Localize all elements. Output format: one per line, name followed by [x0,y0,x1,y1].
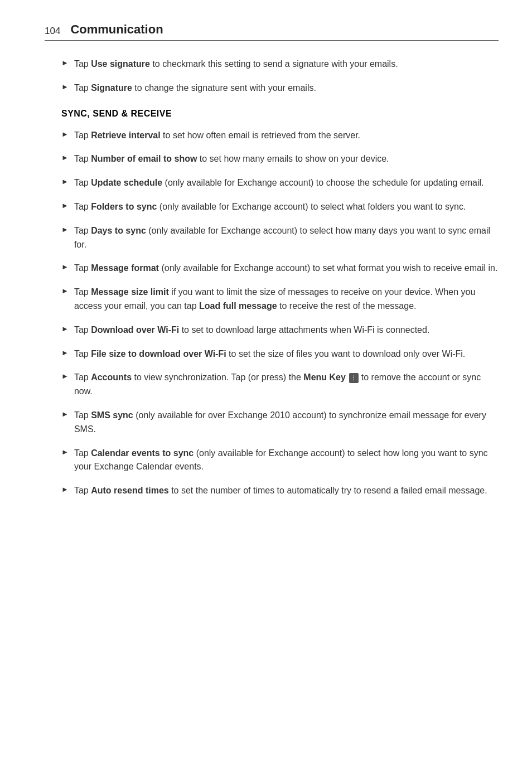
bullet-arrow-icon: ► [61,287,69,295]
bullet-arrow-icon: ► [61,348,69,357]
list-item: ► Tap Number of email to show to set how… [56,152,499,166]
bullet-arrow-icon: ► [61,485,69,493]
update-schedule-bold: Update schedule [91,178,162,187]
accounts-bold: Accounts [91,372,132,382]
calendar-events-bold: Calendar events to sync [91,448,194,458]
load-full-message-bold: Load full message [199,301,277,311]
accounts-text: Tap Accounts to view synchronization. Ta… [74,371,499,399]
message-size-limit-bold: Message size limit [91,287,169,297]
retrieve-interval-text: Tap Retrieve interval to set how often e… [74,129,360,143]
number-of-email-text: Tap Number of email to show to set how m… [74,152,389,166]
list-item: ► Tap Signature to change the signature … [56,81,499,95]
bullet-arrow-icon: ► [61,448,69,456]
bullet-arrow-icon: ► [61,83,69,91]
page-header: 104 Communication [45,22,499,41]
use-signature-text: Tap Use signature to checkmark this sett… [74,57,398,71]
bullet-arrow-icon: ► [61,59,69,67]
update-schedule-text: Tap Update schedule (only available for … [74,176,484,190]
retrieve-interval-bold: Retrieve interval [91,130,161,140]
intro-bullet-list: ► Tap Use signature to checkmark this se… [56,57,499,95]
bullet-arrow-icon: ► [61,410,69,418]
list-item: ► Tap Download over Wi-Fi to set to down… [56,323,499,337]
bullet-arrow-icon: ► [61,130,69,138]
list-item: ► Tap Days to sync (only available for E… [56,224,499,252]
days-to-sync-text: Tap Days to sync (only available for Exc… [74,224,499,252]
folders-to-sync-text: Tap Folders to sync (only available for … [74,200,466,214]
list-item: ► Tap Accounts to view synchronization. … [56,371,499,399]
bullet-arrow-icon: ► [61,177,69,186]
download-over-wifi-text: Tap Download over Wi-Fi to set to downlo… [74,323,429,337]
use-signature-bold: Use signature [91,59,150,69]
bullet-arrow-icon: ► [61,372,69,380]
number-of-email-bold: Number of email to show [91,154,197,163]
list-item: ► Tap Auto resend times to set the numbe… [56,484,499,498]
signature-text: Tap Signature to change the signature se… [74,81,316,95]
list-item: ► Tap Message format (only available for… [56,262,499,275]
list-item: ► Tap Use signature to checkmark this se… [56,57,499,71]
list-item: ► Tap File size to download over Wi-Fi t… [56,347,499,361]
page: 104 Communication ► Tap Use signature to… [0,0,532,765]
file-size-download-bold: File size to download over Wi-Fi [91,349,226,359]
content: ► Tap Use signature to checkmark this se… [45,57,499,498]
menu-key-bold: Menu Key [303,372,346,382]
auto-resend-bold: Auto resend times [91,486,169,495]
folders-to-sync-bold: Folders to sync [91,202,157,211]
page-title: Communication [70,22,163,37]
list-item: ► Tap Folders to sync (only available fo… [56,200,499,214]
auto-resend-text: Tap Auto resend times to set the number … [74,484,487,498]
bullet-arrow-icon: ► [61,225,69,234]
list-item: ► Tap Retrieve interval to set how often… [56,129,499,143]
days-to-sync-bold: Days to sync [91,226,146,235]
message-format-text: Tap Message format (only available for E… [74,262,497,275]
bullet-arrow-icon: ► [61,325,69,333]
list-item: ► Tap Message size limit if you want to … [56,285,499,313]
section-bullet-list: ► Tap Retrieve interval to set how often… [56,129,499,498]
calendar-events-text: Tap Calendar events to sync (only availa… [74,447,499,475]
bullet-arrow-icon: ► [61,263,69,271]
list-item: ► Tap SMS sync (only available for over … [56,409,499,437]
sms-sync-bold: SMS sync [91,410,133,420]
bullet-arrow-icon: ► [61,201,69,210]
bullet-arrow-icon: ► [61,153,69,162]
signature-bold: Signature [91,83,132,93]
sync-send-receive-heading: SYNC, SEND & RECEIVE [61,109,499,119]
message-size-limit-text: Tap Message size limit if you want to li… [74,285,499,313]
page-number: 104 [45,26,60,37]
message-format-bold: Message format [91,263,159,273]
list-item: ► Tap Update schedule (only available fo… [56,176,499,190]
download-over-wifi-bold: Download over Wi-Fi [91,325,179,335]
file-size-download-text: Tap File size to download over Wi-Fi to … [74,347,465,361]
sms-sync-text: Tap SMS sync (only available for over Ex… [74,409,499,437]
list-item: ► Tap Calendar events to sync (only avai… [56,447,499,475]
menu-key-icon: ⋮ [349,373,359,383]
